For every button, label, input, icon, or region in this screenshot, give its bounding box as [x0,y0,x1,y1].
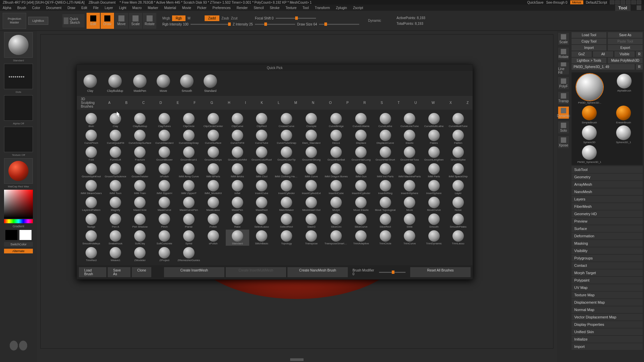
brush-imm-train[interactable]: IMM Train [128,179,152,195]
quicksave-button[interactable]: QuickSave [527,1,543,4]
menu-zscript[interactable]: Zscript [353,6,363,10]
tool-thumb-1[interactable]: AlphaBrush [608,74,641,104]
brush-blob[interactable]: Blob [79,112,103,128]
menu-alpha[interactable]: Alpha [3,6,11,10]
brush-groomerstrong[interactable]: GroomerStrong [300,146,323,162]
gradient-label[interactable]: Gradient [13,225,24,228]
copy-tool-button[interactable]: Copy Tool [572,39,606,44]
brush-smoothvalleys[interactable]: SmoothValleys [79,230,103,246]
menu-material[interactable]: Material [164,6,176,10]
lightbox-button[interactable]: LightBox [28,17,48,25]
edit-mode-button[interactable]: Edit [87,13,100,29]
brush-curvebridge[interactable]: CurveBridge [324,112,348,128]
brush-groomcolorroot[interactable]: GroomColorRoot [250,146,273,162]
section-displacement-map[interactable]: Displacement Map [572,299,643,306]
section-arraymesh[interactable]: ArrayMesh [572,181,643,188]
brush-nudge[interactable]: Nudge [79,213,103,229]
brush-slash3[interactable]: Slash3 [300,213,323,229]
brush-slicerect[interactable]: SliceRect [374,213,397,229]
quickpick-standard[interactable]: Standard [204,74,217,93]
brush-slicecurve[interactable]: SliceCurve [349,213,373,229]
scale-button[interactable]: Scale [558,33,569,45]
brush-move-elastic[interactable]: Move Elastic [349,196,373,212]
brush-curvetube[interactable]: CurveTube [250,129,273,145]
brush-groomspinknot[interactable]: GroomSpinKnot [79,163,103,179]
brush-insertcube[interactable]: InsertCube [250,179,273,195]
section-import[interactable]: Import [572,343,643,350]
brush-curvequadfill[interactable]: CurveQuadFill [104,129,127,145]
menu-edit[interactable]: Edit [82,6,87,10]
brush-topology[interactable]: Topology [274,230,299,246]
brush-softclay[interactable]: SoftClay [128,230,152,246]
stroke-thumbnail[interactable]: ●●●●●●●●Dots [4,64,33,89]
brush-imm-modelkit[interactable]: IMM_ModelKit [201,179,225,195]
brush-displace[interactable]: Displace [349,129,373,145]
section-geometry[interactable]: Geometry [572,174,643,180]
brush-insertcylindrext[interactable]: InsertCylindrExt [300,179,323,195]
brush-movecurve[interactable]: MoveCurve [422,196,446,212]
material-thumbnail[interactable]: MatCap Red Wax [4,158,33,184]
rgb-button[interactable]: Rgb [172,15,185,21]
brush-move[interactable]: Move [398,196,422,212]
brush-inflat[interactable]: Inflat [226,179,249,195]
filter-letter-X[interactable]: X [449,101,452,105]
menubar-icon[interactable] [637,5,641,10]
brush-move-topological[interactable]: Move Topological [374,196,397,212]
filter-letter-O[interactable]: O [329,101,332,105]
quickpick-maskpen[interactable]: MaskPen [133,74,147,93]
brush-curvesnapsurface[interactable]: CurveSnapSurface [128,129,152,145]
transp-button[interactable]: Transp [558,92,569,104]
projection-master-button[interactable]: Projection Master [3,13,26,29]
filter-letter-L[interactable]: L [278,101,280,105]
brush-groomclumps[interactable]: GroomClumps [201,146,225,162]
brush-groomhairtoss[interactable]: GroomHairToss [398,146,422,162]
filter-letter-H[interactable]: H [228,101,230,105]
current-tool-name[interactable]: PM3D_Sphere3D_1. 49 [572,64,635,70]
hue-strip[interactable] [4,219,33,223]
brush-imm-curve[interactable]: IMM Curve [300,163,323,179]
brush-imm-ind-parts[interactable]: IMM Ind Parts [374,163,397,179]
brush-trimcircle[interactable]: TrimCircle [374,230,397,246]
menu-texture[interactable]: Texture [285,6,297,10]
brush-curvetubesnap[interactable]: CurveTubeSnap [274,129,299,145]
brush-maskcircle[interactable]: MaskCircle [128,196,152,212]
brush-masklasso[interactable]: MaskLasso [201,196,225,212]
section-surface[interactable]: Surface [572,225,643,232]
menu-layer[interactable]: Layer [105,6,113,10]
brush-imm-zipperh[interactable]: IMM ZipperH [153,179,176,195]
solo-button[interactable]: Solo [558,121,569,133]
section-layers[interactable]: Layers [572,196,643,202]
color-picker[interactable] [4,190,33,219]
brush-clipcirclecenter[interactable]: ClipCircleCenter [201,112,225,128]
window-button-2[interactable] [615,0,620,4]
saveas-brush-button[interactable]: Save As [108,267,130,277]
section-initialize[interactable]: Initialize [572,336,643,343]
menu-light[interactable]: Light [119,6,126,10]
mrgb-button[interactable]: Mrgb [162,16,170,20]
section-morph-target[interactable]: Morph Target [572,269,643,276]
brush-curvelathe[interactable]: CurveLathe [374,112,397,128]
section-unified-skin[interactable]: Unified Skin [572,328,643,335]
brush-morph[interactable]: Morph [324,196,348,212]
section-visibility[interactable]: Visibility [572,247,643,254]
brush-inserthring[interactable]: InsertHRing [374,179,397,195]
brush-curvemultilathe[interactable]: CurveMultiLathe [422,112,446,128]
brush-meshinsert-dot[interactable]: MeshInsert Dot [300,196,323,212]
brush-groomcolormid[interactable]: GroomColorMid [226,146,249,162]
menu-marker[interactable]: Marker [148,6,158,10]
window-button-3[interactable] [621,0,625,4]
create-nanomesh-button[interactable]: Create NanoMesh Brush [287,267,348,277]
brush-selectlasso[interactable]: SelectLasso [250,213,273,229]
brush-thumbnail[interactable]: Standard [4,32,33,58]
brush-trimadaptive[interactable]: TrimAdaptive [349,230,373,246]
brush-curvelinetube[interactable]: CurveLineTube [398,112,422,128]
brush-imm-bparts[interactable]: IMM BParts [201,163,225,179]
menu-transform[interactable]: Transform [315,6,330,10]
brush-insertcylinder[interactable]: InsertCylinder [274,179,299,195]
brush-trimdynamic[interactable]: TrimDynamic [422,230,446,246]
goz-r-button[interactable]: R [636,51,643,57]
xpose-button[interactable]: Xpose [558,136,569,148]
brush-slicecirc[interactable]: SliceCirc [324,213,348,229]
quickpick-claybuildup[interactable]: ClayBuildup [107,74,123,93]
polyf-button[interactable]: PolyF [558,77,569,89]
